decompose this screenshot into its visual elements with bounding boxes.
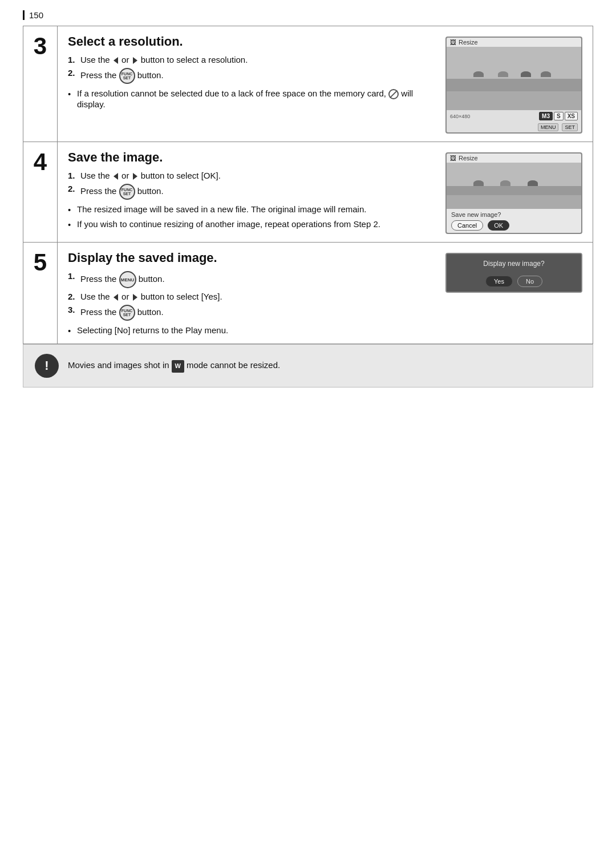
- res-s: S: [554, 112, 564, 120]
- step-3-number-col: 3: [23, 26, 58, 142]
- umbrella-3: [521, 71, 531, 77]
- step-5-content: Display the saved image. 1. Press the ME…: [58, 243, 593, 344]
- step-4-title: Save the image.: [68, 150, 435, 165]
- func-set-button-icon-4: FUNCSET: [119, 184, 135, 200]
- step-4-instr-1-text: Use the or button to select [OK].: [80, 171, 221, 180]
- resolution-label: 640×480: [450, 114, 470, 119]
- step-3-text: Select a resolution. 1. Use the or butto…: [68, 34, 435, 134]
- step-5-instr-3-text: Press the FUNCSET button.: [80, 305, 164, 321]
- step-4-text: Save the image. 1. Use the or button to …: [68, 150, 435, 234]
- menu-tag: MENU: [538, 123, 559, 131]
- beach-sky: [447, 47, 581, 79]
- menu-button-icon: MENU: [119, 271, 136, 288]
- step-5-num-2: 2.: [68, 292, 78, 301]
- screen-3-topbar-label: Resize: [459, 39, 478, 46]
- func-set-button-icon: FUNCSET: [119, 68, 135, 84]
- arrow-right-icon-5: [133, 294, 137, 301]
- note-box: ! Movies and images shot in W mode canno…: [23, 344, 593, 387]
- bullet-dot-4b: •: [68, 219, 74, 229]
- step-3-instruction-1: 1. Use the or button to select a resolut…: [68, 55, 435, 64]
- step-5-bullet-1: • Selecting [No] returns to the Play men…: [68, 325, 435, 336]
- step-5-instruction-1: 1. Press the MENU button.: [68, 271, 435, 288]
- step-5-bullet-1-text: Selecting [No] returns to the Play menu.: [77, 325, 228, 336]
- cancel-btn: Cancel: [451, 220, 483, 231]
- step-3-title: Select a resolution.: [68, 34, 435, 49]
- resize-icon: 🖼: [450, 39, 456, 46]
- screen-4-topbar-label: Resize: [459, 155, 478, 162]
- beach-sand: [447, 91, 581, 110]
- umbrella-4a: [473, 180, 484, 186]
- step-3-screen: 🖼 Resize 640×480 M3 S: [445, 37, 582, 134]
- step-3-instr-2-text: Press the FUNCSET button.: [80, 68, 164, 84]
- screen-3-menubar: MENU SET: [447, 122, 581, 132]
- umbrella-2: [498, 71, 508, 77]
- resize-icon-4: 🖼: [450, 155, 456, 162]
- bullet-dot-4a: •: [68, 204, 74, 215]
- yes-btn: Yes: [485, 276, 513, 287]
- bullet-dot-5: •: [68, 325, 74, 336]
- step-4-bullet-1: • The resized image will be saved in a n…: [68, 204, 435, 215]
- step-5-instruction-3: 3. Press the FUNCSET button.: [68, 305, 435, 321]
- arrow-right-icon: [133, 57, 137, 64]
- step-5-num-3: 3.: [68, 305, 78, 321]
- beach-sand-4: [447, 195, 581, 209]
- res-buttons: M3 S XS: [539, 112, 578, 120]
- screen-3-bottombar: 640×480 M3 S XS: [447, 110, 581, 122]
- screen-4-image: [447, 163, 581, 209]
- step-3-number: 3: [34, 34, 47, 58]
- arrow-left-icon: [114, 57, 118, 64]
- no-symbol-icon: [388, 89, 399, 99]
- display-dialog-area: Display new image?: [447, 254, 581, 273]
- step-3-num-1: 1.: [68, 55, 78, 64]
- umbrella-4c: [528, 180, 538, 186]
- mode-badge: W: [172, 360, 184, 373]
- no-btn: No: [517, 276, 542, 287]
- warning-icon: !: [35, 354, 59, 378]
- step-5-instruction-2: 2. Use the or button to select [Yes].: [68, 292, 435, 301]
- step-4-instruction-2: 2. Press the FUNCSET button.: [68, 184, 435, 200]
- save-dialog: Save new image? Cancel OK: [447, 209, 581, 233]
- step-5-section: 5 Display the saved image. 1. Press the …: [23, 243, 593, 344]
- step-5-number: 5: [34, 251, 47, 274]
- umbrella-1: [473, 71, 484, 77]
- display-prompt: Display new image?: [483, 260, 544, 268]
- step-4-bullet-2-text: If you wish to continue resizing of anot…: [77, 219, 380, 229]
- arrow-left-icon-4a: [114, 173, 118, 180]
- res-xs: XS: [565, 112, 578, 120]
- step-4-instruction-1: 1. Use the or button to select [OK].: [68, 171, 435, 180]
- step-4-num-2: 2.: [68, 184, 78, 200]
- step-3-content: Select a resolution. 1. Use the or butto…: [58, 26, 593, 142]
- note-text: Movies and images shot in W mode cannot …: [68, 359, 280, 372]
- dialog-buttons: Cancel OK: [451, 220, 577, 231]
- arrow-left-icon-5: [114, 294, 118, 301]
- res-m3: M3: [539, 112, 553, 120]
- page-wrapper: 150 3 Select a resolution. 1. Use the or…: [0, 0, 616, 410]
- step-5-instr-2-text: Use the or button to select [Yes].: [80, 292, 222, 301]
- screen-3-topbar: 🖼 Resize: [447, 38, 581, 47]
- step-5-text: Display the saved image. 1. Press the ME…: [68, 251, 435, 336]
- bullet-dot: •: [68, 88, 74, 109]
- step-5-screen: Display new image? Yes No: [445, 253, 582, 293]
- step-5-num-1: 1.: [68, 271, 78, 288]
- umbrella-4b: [500, 180, 510, 186]
- step-5-number-col: 5: [23, 243, 58, 344]
- step-5-instr-1-text: Press the MENU button.: [80, 271, 165, 288]
- page-number: 150: [23, 10, 43, 20]
- save-prompt-label: Save new image?: [451, 211, 577, 218]
- note-text-before: Movies and images shot in: [68, 360, 169, 370]
- step-4-section: 4 Save the image. 1. Use the or button t…: [23, 142, 593, 243]
- step-4-num-1: 1.: [68, 171, 78, 180]
- screen-3-image: [447, 47, 581, 110]
- step-4-bullet-1-text: The resized image will be saved in a new…: [77, 204, 366, 215]
- step-4-number-col: 4: [23, 142, 58, 242]
- note-text-after: mode cannot be resized.: [187, 360, 280, 370]
- step-3-instruction-2: 2. Press the FUNCSET button.: [68, 68, 435, 84]
- beach-sky-4: [447, 163, 581, 186]
- step-5-title: Display the saved image.: [68, 251, 435, 265]
- display-dialog-btns: Yes No: [447, 273, 581, 292]
- screen-4-topbar: 🖼 Resize: [447, 154, 581, 163]
- arrow-right-icon-4a: [133, 173, 137, 180]
- step-4-screen: 🖼 Resize Save new image? Cancel OK: [445, 152, 582, 234]
- set-tag: SET: [562, 123, 578, 131]
- step-4-instr-2-text: Press the FUNCSET button.: [80, 184, 164, 200]
